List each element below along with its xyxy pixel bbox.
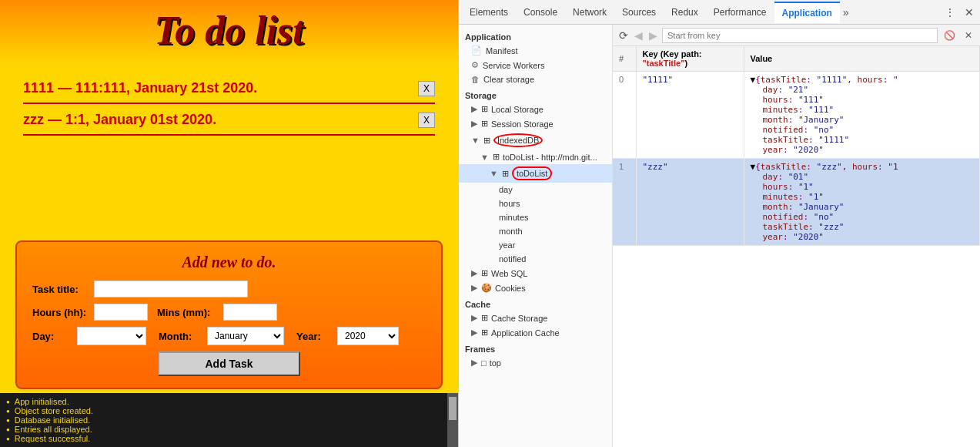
tab-performance[interactable]: Performance: [706, 2, 774, 22]
indexeddb-db-icon: ⊞: [483, 136, 490, 146]
sidebar-item-year[interactable]: year: [459, 238, 612, 252]
sidebar-item-clear-storage[interactable]: 🗑 Clear storage: [459, 72, 612, 86]
cache-storage-expand-icon: ▶: [471, 313, 477, 323]
sidebar-item-indexeddb[interactable]: ▼ ⊞ IndexedDB: [459, 131, 612, 150]
tab-redux[interactable]: Redux: [664, 2, 706, 22]
top-frame-expand-icon: ▶: [471, 358, 477, 368]
table-row-1[interactable]: 1 "zzz" ▼{taskTitle: "zzz", hours: "1 da…: [613, 159, 980, 246]
year-field-label: year: [499, 240, 515, 250]
mins-label: Mins (mm):: [157, 307, 219, 318]
top-frame-icon: □: [481, 358, 487, 368]
sidebar-item-hours[interactable]: hours: [459, 197, 612, 210]
date-row: Day: Month: January Year: 2020: [32, 327, 426, 345]
toolbar-close-icon[interactable]: ✕: [962, 29, 975, 42]
time-row: Hours (hh): Mins (mm):: [32, 304, 426, 321]
row0-value: ▼{taskTitle: "1111", hours: " day: "21" …: [744, 72, 980, 159]
console-line-2: ● Database initialised.: [6, 415, 452, 425]
day-field-label: day: [499, 185, 513, 194]
task-title-input[interactable]: [94, 281, 248, 297]
indexeddb-label: IndexedDB: [493, 133, 543, 147]
sidebar-item-web-sql[interactable]: ▶ ⊞ Web SQL: [459, 266, 612, 281]
sidebar-item-notified[interactable]: notified: [459, 252, 612, 266]
devtools-close-icon[interactable]: ✕: [962, 5, 977, 20]
session-storage-expand-icon: ▶: [471, 119, 477, 129]
minutes-field-label: minutes: [499, 213, 529, 222]
search-input[interactable]: [662, 28, 938, 43]
devtools-main: ⟳ ◀ ▶ 🚫 ✕ # Key (Key path: "taskTitle") …: [613, 25, 980, 447]
sidebar-item-todolist-store[interactable]: ▼ ⊞ toDoList: [459, 164, 612, 183]
sidebar-item-top-frame[interactable]: ▶ □ top: [459, 355, 612, 370]
todolist-store-db-icon: ⊞: [502, 169, 509, 179]
sidebar-item-cookies[interactable]: ▶ 🍪 Cookies: [459, 281, 612, 295]
col-header-value: Value: [744, 46, 980, 72]
console-line-4: ● Request successful.: [6, 434, 452, 443]
app-header: To do list: [0, 0, 458, 65]
console-scrollbar[interactable]: [447, 393, 458, 447]
more-tabs-icon[interactable]: »: [840, 5, 852, 20]
devtools-tabs: Elements Console Network Sources Redux P…: [459, 0, 980, 25]
sidebar-item-todolist-db[interactable]: ▼ ⊞ toDoList - http://mdn.git...: [459, 150, 612, 164]
sidebar-item-manifest[interactable]: 📄 Manifest: [459, 43, 612, 58]
tab-sources[interactable]: Sources: [614, 2, 664, 22]
refresh-button[interactable]: ⟳: [617, 28, 630, 43]
sidebar-item-local-storage[interactable]: ▶ ⊞ Local Storage: [459, 102, 612, 116]
sidebar-item-day[interactable]: day: [459, 183, 612, 197]
tab-console[interactable]: Console: [516, 2, 565, 22]
month-select[interactable]: January: [207, 327, 284, 345]
block-icon[interactable]: 🚫: [941, 29, 958, 42]
sidebar-item-service-workers[interactable]: ⚙ Service Workers: [459, 58, 612, 72]
tab-elements[interactable]: Elements: [462, 2, 516, 22]
table-row-0[interactable]: 0 "1111" ▼{taskTitle: "1111", hours: " d…: [613, 72, 980, 159]
cookies-expand-icon: ▶: [471, 283, 477, 293]
local-storage-label: Local Storage: [491, 105, 544, 114]
col-header-key: Key (Key path: "taskTitle"): [636, 46, 744, 72]
sidebar-item-session-storage[interactable]: ▶ ⊞ Session Storage: [459, 116, 612, 131]
local-storage-expand-icon: ▶: [471, 104, 477, 114]
devtools-row-area: Application 📄 Manifest ⚙ Service Workers…: [459, 25, 980, 447]
app-cache-expand-icon: ▶: [471, 328, 477, 338]
year-select[interactable]: 2020: [337, 327, 399, 345]
back-button[interactable]: ◀: [633, 28, 644, 43]
todo-list-area: 1111 — 111:111, January 21st 2020. X zzz…: [0, 65, 458, 237]
devtools-panel: Elements Console Network Sources Redux P…: [458, 0, 980, 447]
todo-item-text-1: zzz — 1:1, January 01st 2020.: [23, 112, 410, 128]
month-field-label: month: [499, 227, 523, 236]
todolist-db-icon: ⊞: [493, 152, 500, 162]
web-sql-label: Web SQL: [491, 269, 528, 278]
todo-item-text-0: 1111 — 111:111, January 21st 2020.: [23, 80, 410, 96]
sidebar-item-cache-storage[interactable]: ▶ ⊞ Cache Storage: [459, 311, 612, 325]
devtools-action-icons: ⋮ ✕: [942, 5, 977, 20]
row0-index: 0: [613, 72, 636, 159]
frames-section-header: Frames: [459, 340, 612, 355]
devtools-main-toolbar: ⟳ ◀ ▶ 🚫 ✕: [613, 25, 980, 46]
web-sql-icon: ⊞: [481, 268, 488, 278]
row0-key: "1111": [636, 72, 744, 159]
app-panel: To do list 1111 — 111:111, January 21st …: [0, 0, 458, 447]
tab-application[interactable]: Application: [774, 2, 840, 23]
devtools-sidebar: Application 📄 Manifest ⚙ Service Workers…: [459, 25, 613, 447]
session-storage-db-icon: ⊞: [481, 119, 488, 129]
delete-button-0[interactable]: X: [418, 81, 435, 96]
day-label: Day:: [32, 331, 71, 342]
col-header-hash: #: [613, 46, 636, 72]
top-frame-label: top: [490, 358, 501, 368]
add-task-button[interactable]: Add Task: [158, 351, 301, 376]
todolist-db-expand-icon: ▼: [480, 153, 489, 162]
hours-label: Hours (hh):: [32, 307, 94, 318]
hours-input[interactable]: [94, 304, 148, 321]
sidebar-item-application-cache[interactable]: ▶ ⊞ Application Cache: [459, 325, 612, 340]
day-select[interactable]: [77, 327, 146, 345]
manifest-icon: 📄: [471, 45, 482, 55]
forward-button[interactable]: ▶: [647, 28, 659, 43]
task-title-row: Task title:: [32, 281, 426, 297]
tab-network[interactable]: Network: [565, 2, 614, 22]
sidebar-item-minutes[interactable]: minutes: [459, 210, 612, 224]
mins-input[interactable]: [223, 304, 277, 321]
delete-button-1[interactable]: X: [418, 113, 435, 128]
row1-key: "zzz": [636, 159, 744, 246]
console-area: ● App initialised. ● Object store create…: [0, 393, 458, 447]
add-form-title: Add new to do.: [32, 254, 426, 271]
todo-item-1: zzz — 1:1, January 01st 2020. X: [23, 112, 435, 136]
sidebar-item-month[interactable]: month: [459, 224, 612, 238]
devtools-menu-icon[interactable]: ⋮: [942, 5, 958, 20]
